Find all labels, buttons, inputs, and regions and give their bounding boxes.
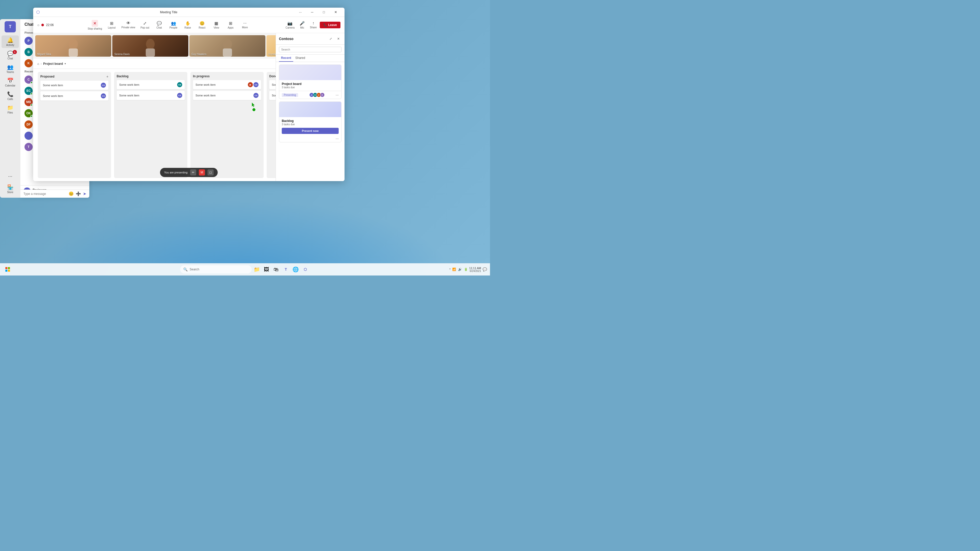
react-button[interactable]: 😊 React bbox=[196, 20, 209, 30]
kanban-card-i1[interactable]: Some work item ▶ CS bbox=[193, 80, 261, 89]
pop-out-button[interactable]: ⤢ Pop out bbox=[138, 20, 151, 30]
kanban-card-i2[interactable]: Some work item CS bbox=[193, 91, 261, 100]
maximize-button[interactable]: □ bbox=[318, 8, 330, 17]
notification-icon[interactable]: 💬 bbox=[483, 267, 487, 272]
panel-popout-button[interactable]: ⤢ bbox=[328, 36, 334, 42]
chevron-icon[interactable]: ^ bbox=[449, 268, 451, 271]
taskbar-teams2-icon[interactable]: ⬡ bbox=[301, 265, 310, 274]
backlog-more-area: ··· bbox=[279, 137, 341, 142]
close-button[interactable]: ✕ bbox=[330, 8, 342, 17]
rail-store[interactable]: 🏪 Store bbox=[7, 184, 14, 194]
chat-icon: 💬 bbox=[7, 51, 14, 57]
rail-item-teams[interactable]: 👥 Teams bbox=[2, 62, 19, 75]
taskbar-gallery-icon[interactable]: 🖼 bbox=[262, 265, 271, 274]
svg-rect-1 bbox=[68, 48, 78, 57]
panel-search-area[interactable] bbox=[276, 44, 345, 55]
share-button[interactable]: ↑ Share bbox=[308, 20, 319, 30]
toolbar-right-controls: 📷 Camera 🎤 Mic ↑ Share 📞 Leave bbox=[283, 20, 340, 30]
rail-item-activity[interactable]: 🔔 Activity bbox=[2, 35, 19, 48]
taskbar-right: ^ 📶 🔊 🔋 11:11 AM 6/24/2021 💬 bbox=[449, 267, 487, 272]
files-label: Files bbox=[7, 111, 13, 114]
stop-sharing-label: Stop sharing bbox=[88, 27, 102, 30]
pop-out-icon: ⤢ bbox=[143, 21, 146, 26]
store-label: Store bbox=[7, 191, 13, 194]
tool-eraser[interactable]: ◻ bbox=[207, 169, 213, 176]
calls-label: Calls bbox=[7, 98, 13, 100]
people-button[interactable]: 👥 People bbox=[167, 20, 180, 30]
kanban-card-b2[interactable]: Some work item CS bbox=[117, 91, 185, 100]
network-icon[interactable]: 📶 bbox=[452, 268, 456, 271]
message-input[interactable] bbox=[24, 192, 67, 196]
browser-icon: 🌐 bbox=[293, 266, 299, 272]
send-icon[interactable]: ➤ bbox=[83, 191, 86, 196]
present-now-button[interactable]: Present now bbox=[282, 128, 339, 134]
kanban-card-p1[interactable]: Some work item CS bbox=[40, 81, 108, 90]
camera-label: Camera bbox=[286, 26, 295, 29]
col-title-proposed: Proposed bbox=[40, 75, 54, 78]
private-view-button[interactable]: 👁 Private view bbox=[119, 20, 137, 30]
taskbar-store-icon[interactable]: 🛍 bbox=[272, 265, 281, 274]
view-button[interactable]: ▦ View bbox=[210, 20, 223, 30]
more-options-button[interactable]: ··· bbox=[294, 8, 306, 17]
rail-item-calendar[interactable]: 📅 Calendar bbox=[2, 76, 19, 89]
panel-close-button[interactable]: ✕ bbox=[335, 36, 342, 42]
taskbar-teams-icon[interactable]: T bbox=[281, 265, 290, 274]
chat-button[interactable]: 💬 Chat bbox=[153, 20, 166, 30]
taskbar-explorer-icon[interactable]: 📁 bbox=[252, 265, 261, 274]
minimize-button[interactable]: ─ bbox=[306, 8, 318, 17]
people-icon: 👥 bbox=[171, 21, 176, 26]
mav-4: D bbox=[320, 93, 325, 97]
mic-button[interactable]: 🎤 Mic bbox=[298, 20, 307, 30]
logo-tile-3 bbox=[5, 270, 7, 272]
raise-label: Raise bbox=[185, 26, 191, 29]
tab-shared[interactable]: Shared bbox=[293, 55, 307, 62]
layout-icon: ⊞ bbox=[110, 21, 113, 26]
camera-button[interactable]: 📷 Camera bbox=[283, 20, 297, 30]
raise-button[interactable]: ✋ Raise bbox=[181, 20, 194, 30]
card-text-p2: Some work item bbox=[43, 94, 63, 97]
teams-logo[interactable]: T bbox=[5, 21, 16, 32]
emoji-icon[interactable]: 😊 bbox=[68, 191, 74, 196]
video-tile-3[interactable]: Guy Hawkins bbox=[189, 35, 266, 57]
taskbar-browser-icon[interactable]: 🌐 bbox=[291, 265, 300, 274]
battery-icon[interactable]: 🔋 bbox=[464, 268, 468, 271]
card-more-projectboard[interactable]: ··· bbox=[336, 93, 339, 97]
add-card-proposed[interactable]: + bbox=[107, 75, 108, 79]
card-more-backlog[interactable]: ··· bbox=[336, 137, 339, 141]
clock[interactable]: 11:11 AM 6/24/2021 bbox=[469, 267, 481, 272]
video-tile-2[interactable]: Serena Davis bbox=[112, 35, 188, 57]
rail-item-chat[interactable]: 💬 Chat 1 bbox=[2, 49, 19, 62]
share-label: Share bbox=[310, 26, 317, 29]
taskbar-search[interactable]: 🔍 Search bbox=[180, 265, 251, 273]
contoso-panel: Contoso ⤢ ✕ Recent Shared bbox=[275, 33, 345, 181]
attach-icon[interactable]: ➕ bbox=[76, 191, 81, 196]
tool-marker[interactable]: M bbox=[199, 169, 205, 176]
stop-sharing-button[interactable]: ✕ Stop sharing bbox=[86, 19, 104, 31]
teams2-icon: ⬡ bbox=[304, 267, 307, 272]
systray-icons: 📶 🔊 🔋 bbox=[452, 268, 468, 271]
apps-button[interactable]: ⊞ Apps bbox=[224, 20, 237, 30]
layout-button[interactable]: ⊞ Layout bbox=[105, 20, 118, 30]
meeting-title: Meeting Title bbox=[43, 11, 294, 14]
rail-item-files[interactable]: 📁 Files bbox=[2, 103, 19, 116]
pop-out-label: Pop out bbox=[140, 26, 149, 29]
start-button[interactable] bbox=[3, 265, 12, 274]
chevron-down-icon[interactable]: ▾ bbox=[65, 62, 66, 65]
kanban-card-p2[interactable]: Some work item CS bbox=[40, 91, 108, 100]
rail-item-calls[interactable]: 📞 Calls bbox=[2, 89, 19, 102]
kanban-card-b1[interactable]: Some work item CB bbox=[117, 80, 185, 89]
video-tile-1[interactable]: Miguel Silva bbox=[35, 35, 111, 57]
volume-icon[interactable]: 🔊 bbox=[458, 268, 462, 271]
leave-button[interactable]: 📞 Leave bbox=[320, 22, 340, 28]
home-icon[interactable]: ⌂ bbox=[37, 62, 39, 65]
more-button[interactable]: ··· More bbox=[239, 20, 251, 30]
date-display: 6/24/2021 bbox=[469, 270, 481, 272]
rail-more-button[interactable]: ··· bbox=[8, 173, 13, 179]
type-message-bar[interactable]: 😊 ➕ ➤ bbox=[21, 189, 89, 198]
tool-pencil[interactable]: ✏ bbox=[190, 169, 196, 176]
participant-face-1 bbox=[65, 35, 81, 57]
title-bar: ⬡ Meeting Title ··· ─ □ ✕ bbox=[33, 8, 345, 17]
panel-search-input[interactable] bbox=[279, 47, 342, 52]
mic-label: Mic bbox=[301, 26, 304, 29]
tab-recent[interactable]: Recent bbox=[279, 55, 293, 62]
